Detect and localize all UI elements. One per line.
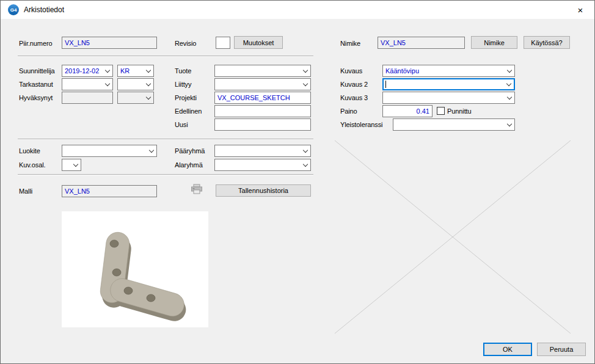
suunnittelija-date-combo[interactable]: 2019-12-02: [62, 65, 113, 77]
kuvaus3-combo[interactable]: [382, 92, 515, 104]
muutokset-button[interactable]: Muutokset: [234, 36, 283, 49]
paino-field[interactable]: 0.41: [382, 105, 433, 117]
tallennushistoria-button[interactable]: Tallennushistoria: [216, 184, 311, 197]
print-icon[interactable]: [191, 184, 203, 195]
kuvaus2-combo[interactable]: [382, 78, 515, 90]
hyvaksynyt-label: Hyväksynyt: [19, 94, 53, 101]
yleistoleranssi-combo[interactable]: [393, 118, 515, 131]
liittyy-label: Liittyy: [175, 81, 191, 88]
tuote-label: Tuote: [175, 67, 191, 75]
kaytossa-button[interactable]: Käytössä?: [524, 36, 570, 49]
malli-label: Malli: [19, 187, 32, 195]
nimike-label: Nimike: [340, 40, 360, 47]
separator: [18, 139, 313, 139]
alaryhma-value: [215, 159, 301, 170]
g4-app-icon: G4: [8, 4, 19, 15]
projekti-label: Projekti: [175, 94, 197, 101]
nimike-button[interactable]: Nimike: [471, 36, 517, 49]
tarkastanut-initials-combo[interactable]: [117, 78, 154, 90]
suunnittelija-label: Suunnittelija: [19, 67, 55, 75]
chevron-down-icon[interactable]: [301, 145, 310, 156]
chevron-down-icon[interactable]: [144, 65, 153, 76]
chevron-down-icon[interactable]: [103, 79, 112, 90]
chevron-down-icon[interactable]: [144, 92, 153, 103]
piir-numero-field[interactable]: VX_LN5: [62, 37, 157, 49]
luokite-value: [62, 145, 147, 156]
chevron-down-icon[interactable]: [301, 65, 310, 76]
tuote-combo[interactable]: [214, 65, 311, 77]
tarkastanut-initials-value: [118, 79, 144, 90]
arkistotiedot-dialog: G4 Arkistotiedot × Piir.numero VX_LN5 Re…: [0, 0, 595, 364]
suunnittelija-initials-combo[interactable]: KR: [117, 65, 154, 77]
kuvaus3-value: [383, 92, 505, 103]
kuv-osal-combo[interactable]: [62, 159, 81, 171]
tuote-value: [215, 65, 301, 76]
separator: [18, 174, 313, 175]
alaryhma-combo[interactable]: [214, 159, 311, 171]
hyvaksynyt-date-field[interactable]: [62, 92, 113, 104]
titlebar: G4 Arkistotiedot ×: [1, 1, 594, 19]
luokite-label: Luokite: [19, 147, 40, 155]
uusi-label: Uusi: [175, 121, 188, 128]
paino-label: Paino: [340, 107, 357, 115]
chevron-down-icon[interactable]: [505, 92, 514, 103]
chevron-down-icon[interactable]: [301, 159, 310, 170]
liittyy-combo[interactable]: [214, 78, 311, 90]
kuvaus2-value: [386, 79, 504, 89]
uusi-field[interactable]: [214, 118, 311, 131]
nimike-field[interactable]: VX_LN5: [378, 37, 465, 49]
revisio-field[interactable]: [216, 37, 230, 49]
suunnittelija-date-value: 2019-12-02: [62, 65, 103, 76]
piir-numero-label: Piir.numero: [19, 40, 53, 47]
kuvaus3-label: Kuvaus 3: [340, 94, 368, 101]
chevron-down-icon[interactable]: [147, 145, 156, 156]
luokite-combo[interactable]: [62, 145, 157, 157]
paaryhma-value: [215, 145, 301, 156]
paaryhma-combo[interactable]: [214, 145, 311, 157]
part-preview-image: [62, 211, 208, 327]
edellinen-label: Edellinen: [175, 107, 202, 115]
chevron-down-icon[interactable]: [505, 119, 514, 130]
chevron-down-icon[interactable]: [103, 65, 112, 76]
tarkastanut-date-combo[interactable]: [62, 78, 113, 90]
tarkastanut-label: Tarkastanut: [19, 81, 53, 88]
chevron-down-icon[interactable]: [71, 159, 81, 170]
hyvaksynyt-initials-combo[interactable]: [117, 92, 154, 104]
chevron-down-icon[interactable]: [504, 79, 514, 89]
paaryhma-label: Pääryhmä: [175, 147, 205, 155]
separator: [18, 56, 313, 56]
revisio-label: Revisio: [175, 40, 196, 47]
chevron-down-icon[interactable]: [144, 79, 153, 90]
kuvaus-combo[interactable]: Kääntövipu: [382, 65, 515, 77]
kuv-osal-label: Kuv.osal.: [19, 161, 46, 169]
suunnittelija-initials-value: KR: [118, 65, 144, 76]
yleistoleranssi-label: Yleistoleranssi: [340, 121, 382, 128]
liittyy-value: [215, 79, 301, 90]
kuv-osal-value: [62, 159, 71, 170]
chevron-down-icon[interactable]: [301, 79, 310, 90]
tarkastanut-date-value: [62, 79, 103, 90]
punnittu-label: Punnittu: [447, 107, 472, 115]
projekti-field[interactable]: VX_COURSE_SKETCH: [214, 92, 311, 104]
kuvaus-value: Kääntövipu: [383, 65, 505, 76]
cancel-button[interactable]: Peruuta: [537, 343, 586, 356]
yleistoleranssi-value: [393, 119, 505, 130]
malli-field[interactable]: VX_LN5: [62, 185, 157, 197]
edellinen-field[interactable]: [214, 105, 311, 117]
kuvaus-label: Kuvaus: [340, 67, 362, 75]
close-icon[interactable]: ×: [566, 1, 594, 19]
alaryhma-label: Alaryhmä: [175, 161, 203, 169]
empty-preview-placeholder: [334, 139, 572, 337]
window-title: Arkistotiedot: [24, 1, 64, 19]
hyvaksynyt-initials-value: [118, 92, 144, 103]
chevron-down-icon[interactable]: [505, 65, 514, 76]
punnittu-checkbox[interactable]: [437, 107, 445, 115]
kuvaus2-label: Kuvaus 2: [340, 81, 368, 88]
ok-button[interactable]: OK: [483, 343, 532, 356]
